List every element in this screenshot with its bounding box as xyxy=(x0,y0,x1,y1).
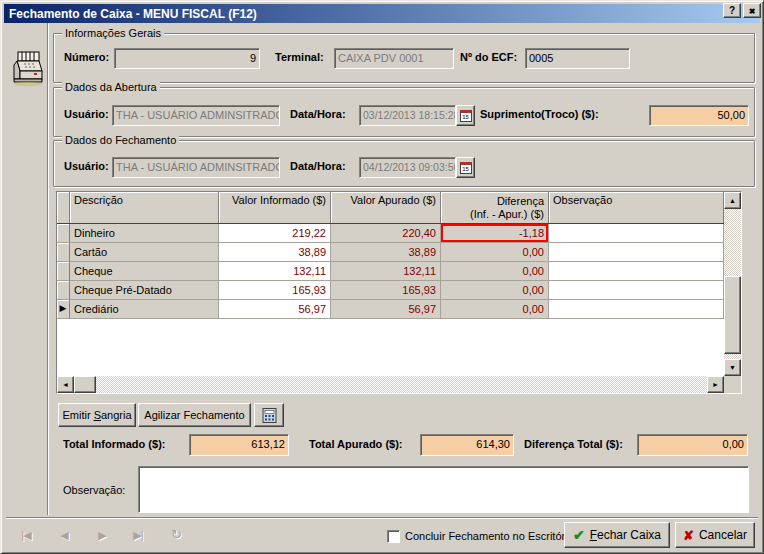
diferenca-total-label: Diferença Total ($): xyxy=(524,438,623,450)
total-informado-field: 613,12 xyxy=(189,434,289,456)
table-row-selected[interactable]: ▶ Crediário 56,97 56,97 0,00 xyxy=(57,300,724,319)
group-dados-fechamento: Dados do Fechamento Usuário: THA - USUÁR… xyxy=(53,140,755,187)
agilizar-fechamento-button[interactable]: Agilizar Fechamento xyxy=(138,403,251,427)
cell-diferenca-highlighted: -1,18 xyxy=(441,224,549,243)
cell-diferenca: 0,00 xyxy=(441,262,549,281)
grid-vertical-scrollbar[interactable]: ▲ ▼ xyxy=(724,192,741,376)
cell-valor-informado[interactable]: 132,11 xyxy=(219,262,331,281)
col-header-valor-informado: Valor Informado ($) xyxy=(219,192,331,223)
total-apurado-label: Total Apurado ($): xyxy=(309,438,403,450)
abertura-datahora-label: Data/Hora: xyxy=(290,108,346,120)
grid-horizontal-scrollbar[interactable]: ◄ ► xyxy=(57,376,724,393)
nav-last-icon[interactable]: ▶| xyxy=(125,524,151,546)
col-header-diferenca: Diferença (Inf. - Apur.) ($) xyxy=(441,192,549,223)
col-header-descricao: Descrição xyxy=(70,192,219,223)
x-icon: ✘ xyxy=(683,528,694,543)
terminal-label: Terminal: xyxy=(275,51,324,63)
group-legend: Dados da Abertura xyxy=(62,81,160,93)
fechamento-calendar-button[interactable]: 15 xyxy=(456,157,475,178)
cell-observacao[interactable] xyxy=(549,224,724,243)
fechamento-usuario-label: Usuário: xyxy=(64,160,109,172)
scroll-down-icon[interactable]: ▼ xyxy=(724,359,741,376)
cell-valor-apurado: 56,97 xyxy=(331,300,441,319)
emitir-sangria-button[interactable]: Emitir Sangria xyxy=(58,403,136,427)
total-apurado-field: 614,30 xyxy=(420,434,514,456)
help-button[interactable]: ? xyxy=(723,3,741,18)
group-legend: Dados do Fechamento xyxy=(62,134,179,146)
concluir-fechamento-checkbox[interactable] xyxy=(387,530,400,543)
observacao-label: Observação: xyxy=(63,484,125,496)
ecf-field: 0005 xyxy=(525,48,630,69)
scrollbar-corner xyxy=(724,376,741,393)
calendar-icon: 15 xyxy=(460,110,472,122)
payments-grid: Descrição Valor Informado ($) Valor Apur… xyxy=(56,191,742,394)
scroll-right-icon[interactable]: ► xyxy=(707,376,724,393)
fechamento-datahora-field: 04/12/2013 09:03:50 xyxy=(359,157,456,178)
cell-valor-informado[interactable]: 56,97 xyxy=(219,300,331,319)
cell-descricao: Cheque Pré-Datado xyxy=(70,281,219,300)
nav-prior-icon[interactable]: ◀ xyxy=(51,524,77,546)
titlebar[interactable]: Fechamento de Caixa - MENU FISCAL (F12) xyxy=(4,4,760,23)
fechamento-caixa-dialog: Fechamento de Caixa - MENU FISCAL (F12) … xyxy=(0,0,764,554)
icon-strip xyxy=(4,23,48,515)
abertura-datahora-field: 03/12/2013 18:15:28 xyxy=(359,105,456,126)
fechar-caixa-label: Fechar Caixa xyxy=(590,528,661,542)
cash-register-icon xyxy=(9,49,45,87)
table-row[interactable]: Cheque Pré-Datado 165,93 165,93 0,00 xyxy=(57,281,724,300)
col-header-valor-apurado: Valor Apurado ($) xyxy=(331,192,441,223)
grid-header: Descrição Valor Informado ($) Valor Apur… xyxy=(57,192,724,224)
row-pointer-icon: ▶ xyxy=(60,303,67,313)
observacao-textarea[interactable] xyxy=(138,466,749,513)
cell-diferenca: 0,00 xyxy=(441,281,549,300)
cell-observacao[interactable] xyxy=(549,300,724,319)
emitir-sangria-label: Emitir Sangria xyxy=(62,409,131,421)
calculator-icon xyxy=(262,408,277,423)
scroll-up-icon[interactable]: ▲ xyxy=(724,192,741,209)
abertura-calendar-button[interactable]: 15 xyxy=(456,105,475,126)
cell-valor-apurado: 165,93 xyxy=(331,281,441,300)
grid-body: Dinheiro 219,22 220,40 -1,18 Cartão 38,8… xyxy=(57,224,724,376)
row-indicator xyxy=(57,243,70,262)
vscroll-thumb[interactable] xyxy=(724,276,741,354)
cell-descricao: Cheque xyxy=(70,262,219,281)
row-indicator-current: ▶ xyxy=(57,300,70,319)
cell-descricao: Cartão xyxy=(70,243,219,262)
row-indicator xyxy=(57,224,70,243)
cell-observacao[interactable] xyxy=(549,243,724,262)
cell-descricao: Crediário xyxy=(70,300,219,319)
group-legend: Informações Gerais xyxy=(62,27,164,39)
abertura-usuario-label: Usuário: xyxy=(64,108,109,120)
calculator-button[interactable] xyxy=(254,403,284,427)
cell-valor-apurado: 38,89 xyxy=(331,243,441,262)
fechamento-usuario-field: THA - USUÁRIO ADMINSITRADC xyxy=(112,157,280,178)
cell-valor-informado[interactable]: 38,89 xyxy=(219,243,331,262)
table-row[interactable]: Dinheiro 219,22 220,40 -1,18 xyxy=(57,224,724,243)
close-button[interactable]: ✖ xyxy=(743,3,761,18)
agilizar-fechamento-label: Agilizar Fechamento xyxy=(144,409,244,421)
cell-valor-informado[interactable]: 165,93 xyxy=(219,281,331,300)
scroll-left-icon[interactable]: ◄ xyxy=(57,376,74,393)
hscroll-track[interactable] xyxy=(74,376,707,393)
numero-field: 9 xyxy=(114,48,260,69)
numero-label: Número: xyxy=(64,51,109,63)
row-indicator xyxy=(57,281,70,300)
cancelar-button[interactable]: ✘ Cancelar xyxy=(675,522,755,548)
cell-valor-apurado: 220,40 xyxy=(331,224,441,243)
total-informado-label: Total Informado ($): xyxy=(63,438,165,450)
nav-first-icon[interactable]: |◀ xyxy=(13,524,39,546)
hscroll-thumb[interactable] xyxy=(74,376,96,393)
group-informacoes-gerais: Informações Gerais Número: 9 Terminal: C… xyxy=(53,33,755,83)
nav-next-icon[interactable]: ▶ xyxy=(89,524,115,546)
cell-diferenca: 0,00 xyxy=(441,243,549,262)
cell-valor-informado[interactable]: 219,22 xyxy=(219,224,331,243)
cell-diferenca: 0,00 xyxy=(441,300,549,319)
table-row[interactable]: Cheque 132,11 132,11 0,00 xyxy=(57,262,724,281)
cell-observacao[interactable] xyxy=(549,281,724,300)
concluir-fechamento-label: Concluir Fechamento no Escritório xyxy=(405,530,574,542)
abertura-usuario-field: THA - USUÁRIO ADMINSITRADC xyxy=(112,105,280,126)
fechar-caixa-button[interactable]: ✔ Fechar Caixa xyxy=(564,522,670,548)
nav-refresh-icon[interactable]: ↻ xyxy=(163,524,189,546)
cell-observacao[interactable] xyxy=(549,262,724,281)
table-row[interactable]: Cartão 38,89 38,89 0,00 xyxy=(57,243,724,262)
window-title: Fechamento de Caixa - MENU FISCAL (F12) xyxy=(9,7,257,21)
